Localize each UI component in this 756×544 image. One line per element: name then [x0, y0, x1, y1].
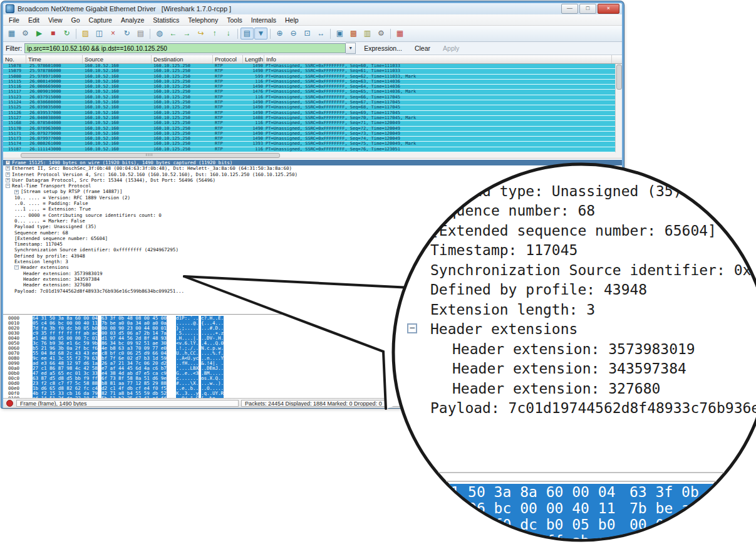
resize-columns-icon[interactable]: ↔ [314, 28, 328, 39]
open-file-icon[interactable]: ▨ [79, 28, 92, 39]
print-icon[interactable]: ▤ [134, 28, 147, 39]
coloring-rules-icon[interactable]: ▥ [361, 28, 374, 39]
cell-proto: RTP [215, 105, 223, 110]
go-to-packet-icon[interactable]: ↪ [194, 28, 207, 39]
detail-row[interactable]: Header extension: 327680 [3, 282, 622, 288]
menu-item-statistics[interactable]: Statistics [148, 16, 184, 24]
go-back-icon[interactable]: ← [167, 28, 180, 39]
cell-proto: RTP [215, 80, 223, 84]
detail-row[interactable]: Header extension: 3573983019 [3, 271, 622, 276]
help-icon[interactable]: ▦ [393, 28, 406, 39]
find-packet-icon[interactable]: ◍ [153, 28, 166, 39]
detail-row[interactable]: Extension length: 3 [3, 259, 622, 264]
clear-button[interactable]: Clear [410, 44, 435, 52]
detail-row[interactable]: +User Datagram Protocol, Src Port: 15344… [3, 177, 622, 183]
collapse-icon[interactable]: − [6, 184, 10, 188]
capture-options-icon[interactable]: ⚙ [19, 28, 32, 39]
zoom-out-icon[interactable]: ⊖ [287, 28, 300, 39]
display-filters-icon[interactable]: ▩ [347, 28, 360, 39]
detail-row[interactable]: Payload: 7c01d19744562d8f48933c76b936e16… [3, 288, 622, 294]
title-bar[interactable]: Broadcom NetXtreme Gigabit Ethernet Driv… [3, 3, 622, 14]
detail-row[interactable]: ..0. .... = Padding: False [3, 201, 622, 206]
expand-icon[interactable]: + [6, 172, 10, 177]
detail-row[interactable]: 10.. .... = Version: RFC 1889 Version (2… [3, 195, 622, 201]
detail-row[interactable]: .... 0000 = Contributing source identifi… [3, 212, 622, 218]
close-button[interactable]: × [598, 4, 619, 14]
detail-text: [Stream setup by RTSP (frame 14887)] [21, 189, 123, 194]
collapse-icon[interactable]: − [14, 265, 19, 269]
vertical-scrollbar-thumb[interactable] [616, 65, 622, 90]
expand-icon[interactable]: + [6, 178, 10, 182]
hex-row[interactable]: 0100af 14 51 2f de 22 10 535b 17 b2 25 6… [3, 396, 622, 398]
menu-item-internals[interactable]: Internals [247, 16, 281, 24]
packet-list-header[interactable]: No.TimeSourceDestinationProtocolLengthIn… [3, 55, 622, 64]
detail-row[interactable]: +Frame 15125: 1490 bytes on wire (11920 … [3, 160, 622, 165]
detail-row[interactable]: −Header extensions [3, 264, 622, 270]
colorize-toggle-icon[interactable]: ▤ [241, 28, 254, 39]
menu-item-file[interactable]: File [4, 16, 24, 24]
zoom-in-icon[interactable]: ⊕ [273, 28, 286, 39]
column-header-length[interactable]: Length [243, 55, 264, 63]
column-header-source[interactable]: Source [83, 55, 152, 63]
vertical-scrollbar[interactable] [615, 64, 622, 152]
cell-src: 160.10.52.160 [85, 132, 119, 136]
expression-button[interactable]: Expression... [360, 44, 406, 52]
column-header-time[interactable]: Time [26, 55, 83, 63]
cell-dst: 160.10.125.250 [153, 95, 190, 100]
packet-row[interactable]: 1518726.111143000160.10.52.160160.10.125… [3, 147, 622, 152]
menu-item-view[interactable]: View [44, 16, 67, 24]
close-file-icon[interactable]: × [106, 28, 120, 39]
column-header-protocol[interactable]: Protocol [213, 55, 243, 63]
filter-dropdown-icon[interactable]: ▼ [346, 43, 356, 54]
detail-row[interactable]: Sequence number: 68 [3, 230, 622, 236]
detail-row[interactable]: +[Stream setup by RTSP (frame 14887)] [3, 189, 622, 194]
detail-row[interactable]: +Ethernet II, Src: BoschSec_3f:0b:48 (00… [3, 165, 622, 171]
expand-icon[interactable]: + [6, 166, 10, 170]
restart-capture-icon[interactable]: ↻ [60, 28, 73, 39]
packet-details-pane: +Frame 15125: 1490 bytes on wire (11920 … [3, 159, 622, 315]
expand-icon[interactable]: + [14, 190, 19, 194]
cell-len: 1490 [242, 69, 263, 73]
column-header-destination[interactable]: Destination [152, 55, 213, 63]
go-last-icon[interactable]: ↓ [222, 28, 235, 39]
maximize-button[interactable]: □ [579, 4, 596, 14]
horizontal-scrollbar[interactable] [3, 152, 622, 159]
detail-row[interactable]: [Extended sequence number: 65604] [3, 236, 622, 241]
stop-capture-icon[interactable]: ■ [46, 28, 60, 39]
detail-row[interactable]: Payload type: Unassigned (35) [3, 224, 622, 229]
detail-row[interactable]: Header extension: 343597384 [3, 276, 622, 282]
preferences-icon[interactable]: ⚙ [375, 28, 388, 39]
column-header-no[interactable]: No. [3, 55, 26, 63]
zoom-100-icon[interactable]: ⊡ [301, 28, 314, 39]
reload-file-icon[interactable]: ↻ [120, 28, 133, 39]
column-header-info[interactable]: Info [264, 55, 612, 63]
cell-src: 160.10.52.160 [85, 64, 119, 68]
detail-row[interactable]: Defined by profile: 43948 [3, 253, 622, 259]
capture-filters-icon[interactable]: ▣ [333, 28, 346, 39]
cell-no: 15187 [8, 147, 21, 152]
filter-input[interactable] [24, 43, 346, 53]
detail-row[interactable]: +Internet Protocol Version 4, Src: 160.1… [3, 172, 622, 177]
menu-item-help[interactable]: Help [281, 16, 303, 24]
autoscroll-toggle-icon[interactable]: ▼ [254, 28, 267, 39]
list-interfaces-icon[interactable]: ▦ [5, 28, 18, 39]
start-capture-icon[interactable]: ▶ [33, 28, 46, 39]
save-file-icon[interactable]: ◫ [93, 28, 106, 39]
expand-icon[interactable]: + [6, 160, 10, 165]
menu-item-telephony[interactable]: Telephony [184, 16, 222, 24]
detail-row[interactable]: Timestamp: 117045 [3, 241, 622, 247]
menu-item-edit[interactable]: Edit [24, 16, 44, 24]
expert-info-icon[interactable] [6, 400, 13, 407]
detail-row[interactable]: Synchronization Source identifier: 0xfff… [3, 247, 622, 253]
menu-item-analyze[interactable]: Analyze [117, 16, 148, 24]
cell-dst: 160.10.125.250 [153, 90, 190, 94]
menu-item-tools[interactable]: Tools [222, 16, 247, 24]
detail-row[interactable]: −Real-Time Transport Protocol [3, 183, 622, 189]
detail-row[interactable]: ...1 .... = Extension: True [3, 206, 622, 212]
go-first-icon[interactable]: ↑ [208, 28, 221, 39]
menu-item-capture[interactable]: Capture [85, 16, 117, 24]
go-forward-icon[interactable]: → [180, 28, 194, 39]
menu-item-go[interactable]: Go [67, 16, 85, 24]
detail-row[interactable]: 0... .... = Marker: False [3, 218, 622, 224]
minimize-button[interactable]: — [561, 4, 578, 14]
